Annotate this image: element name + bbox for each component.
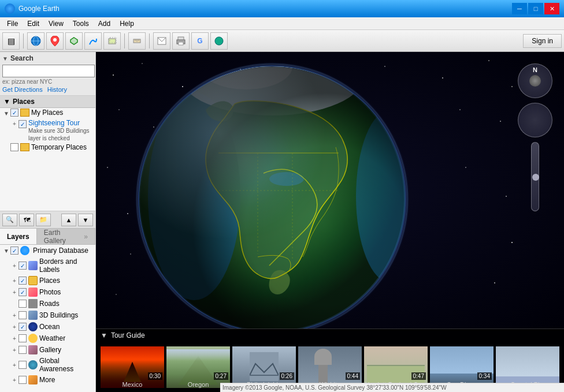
ruler-button[interactable]	[128, 32, 146, 50]
photos-layer-item[interactable]: + Photos	[0, 286, 95, 298]
add-polygon-button[interactable]	[65, 32, 83, 50]
tour-thumb-sandiego[interactable]: 0:34 San Diego	[430, 346, 494, 388]
sightseeing-expander[interactable]: +	[10, 119, 18, 128]
more-layer-item[interactable]: + More	[0, 374, 95, 386]
photos-checkbox[interactable]	[18, 288, 27, 296]
menu-tools[interactable]: Tools	[68, 18, 94, 29]
zoom-slider[interactable]	[531, 142, 539, 211]
sightseeing-checkbox[interactable]	[18, 120, 27, 128]
primary-db-label: Primary Database	[33, 247, 88, 255]
search-input[interactable]	[2, 65, 95, 77]
status-text: Imagery ©2013 Google, NOAA, U.S. Geologi…	[222, 384, 447, 391]
places-layer-expander[interactable]: +	[10, 276, 18, 285]
view-google-button[interactable]: G	[191, 32, 209, 50]
email-button[interactable]	[153, 32, 170, 50]
menu-edit[interactable]: Edit	[23, 18, 44, 29]
buildings-checkbox[interactable]	[18, 311, 27, 319]
tour-thumb-coastal[interactable]: Coastal Pl...	[496, 346, 559, 388]
buildings-icon	[28, 311, 38, 320]
weather-layer-item[interactable]: + Weather	[0, 333, 95, 344]
svg-point-23	[442, 77, 443, 79]
more-expander[interactable]: +	[10, 375, 18, 384]
layers-tab[interactable]: Layers	[0, 229, 37, 244]
gallery-label: Gallery	[39, 346, 61, 354]
photos-expander[interactable]: +	[10, 288, 18, 297]
menu-file[interactable]: File	[2, 18, 23, 29]
get-directions-link[interactable]: Get Directions	[2, 86, 43, 93]
primary-database-item[interactable]: ▼ Primary Database	[0, 245, 95, 256]
tour-guide-arrow[interactable]: ▼	[101, 331, 107, 339]
tilt-control[interactable]	[518, 103, 552, 137]
folder-button[interactable]: 📁	[36, 214, 51, 226]
global-awareness-layer-item[interactable]: + Global Awareness	[0, 356, 95, 374]
globe-area[interactable]: N	[96, 52, 564, 328]
add-placemark-button[interactable]	[46, 32, 64, 50]
buildings-expander[interactable]: +	[10, 311, 18, 320]
weather-checkbox[interactable]	[18, 334, 27, 342]
ocean-checkbox[interactable]	[18, 323, 27, 331]
search-links: Get Directions History	[2, 86, 93, 93]
sign-in-button[interactable]: Sign in	[523, 34, 562, 48]
primary-db-checkbox[interactable]	[10, 247, 18, 255]
menu-add[interactable]: Add	[94, 18, 115, 29]
temporary-places-checkbox[interactable]	[10, 143, 18, 151]
close-button[interactable]: ✕	[544, 3, 559, 14]
borders-expander[interactable]: +	[10, 261, 18, 270]
explore-button[interactable]	[210, 32, 228, 50]
tour-thumb-philadelphia[interactable]: 0:26 Philadelphia	[232, 346, 296, 388]
primary-db-expander[interactable]: ▼	[2, 246, 10, 255]
roads-layer-item[interactable]: Roads	[0, 298, 95, 309]
gallery-expander[interactable]: +	[10, 345, 18, 354]
compass-ring[interactable]: N	[518, 64, 552, 98]
maximize-button[interactable]: □	[528, 3, 543, 14]
sightseeing-label[interactable]: Sightseeing Tour	[28, 119, 90, 127]
buildings-layer-item[interactable]: + 3D Buildings	[0, 309, 95, 321]
show-sidebar-button[interactable]: ▤	[2, 32, 20, 50]
gallery-checkbox[interactable]	[18, 346, 27, 354]
weather-icon	[28, 334, 38, 343]
svg-point-25	[511, 86, 513, 87]
minimize-button[interactable]: ─	[512, 3, 527, 14]
photos-icon	[28, 288, 38, 297]
tour-thumb-oregon[interactable]: 0:27 Oregon	[166, 346, 230, 388]
move-up-button[interactable]: ▲	[61, 214, 76, 226]
mexico-label: Mexico	[101, 380, 164, 388]
move-down-button[interactable]: ▼	[78, 214, 93, 226]
global-awareness-checkbox[interactable]	[18, 361, 27, 369]
menu-view[interactable]: View	[44, 18, 68, 29]
add-path-button[interactable]	[84, 32, 102, 50]
earth-globe-svg[interactable]	[131, 58, 420, 328]
places-layer-item[interactable]: + Places	[0, 275, 95, 286]
borders-checkbox[interactable]	[18, 262, 27, 270]
places-layer-checkbox[interactable]	[18, 277, 27, 285]
earth-view-button[interactable]	[27, 32, 44, 50]
svg-point-35	[511, 242, 513, 243]
more-checkbox[interactable]	[18, 376, 27, 384]
ocean-expander[interactable]: +	[10, 322, 18, 331]
my-places-item[interactable]: ▼ My Places	[0, 108, 95, 118]
menu-help[interactable]: Help	[115, 18, 139, 29]
tour-thumb-wichita[interactable]: 0:44 Wichita	[298, 346, 362, 388]
my-places-expander[interactable]: ▼	[2, 109, 10, 118]
tour-thumb-hp[interactable]: 0:47 Hewlett-Packard Co...	[364, 346, 428, 388]
add-overlay-button[interactable]	[103, 32, 121, 50]
window-controls: ─ □ ✕	[512, 3, 559, 14]
sightseeing-tour-item[interactable]: + Sightseeing Tour Make sure 3D Building…	[8, 118, 95, 143]
global-awareness-expander[interactable]: +	[10, 360, 18, 369]
more-label: More	[39, 376, 55, 384]
ocean-layer-item[interactable]: + Ocean	[0, 321, 95, 333]
earth-gallery-tab[interactable]: Earth Gallery »	[37, 229, 95, 244]
my-places-checkbox[interactable]	[10, 109, 18, 117]
print-button[interactable]	[172, 32, 190, 50]
temporary-places-item[interactable]: Temporary Places	[0, 143, 95, 153]
borders-labels-item[interactable]: + Borders and Labels	[0, 256, 95, 275]
weather-expander[interactable]: +	[10, 334, 18, 343]
history-link[interactable]: History	[47, 86, 67, 93]
search-places-button[interactable]: 🔍	[2, 214, 17, 226]
zoom-handle[interactable]	[532, 174, 539, 181]
tour-thumb-mexico[interactable]: 0:30 Mexico	[101, 346, 164, 388]
roads-checkbox[interactable]	[18, 300, 27, 308]
oregon-time: 0:27	[214, 372, 228, 380]
gallery-layer-item[interactable]: + Gallery	[0, 344, 95, 356]
map-places-button[interactable]: 🗺	[19, 214, 34, 226]
